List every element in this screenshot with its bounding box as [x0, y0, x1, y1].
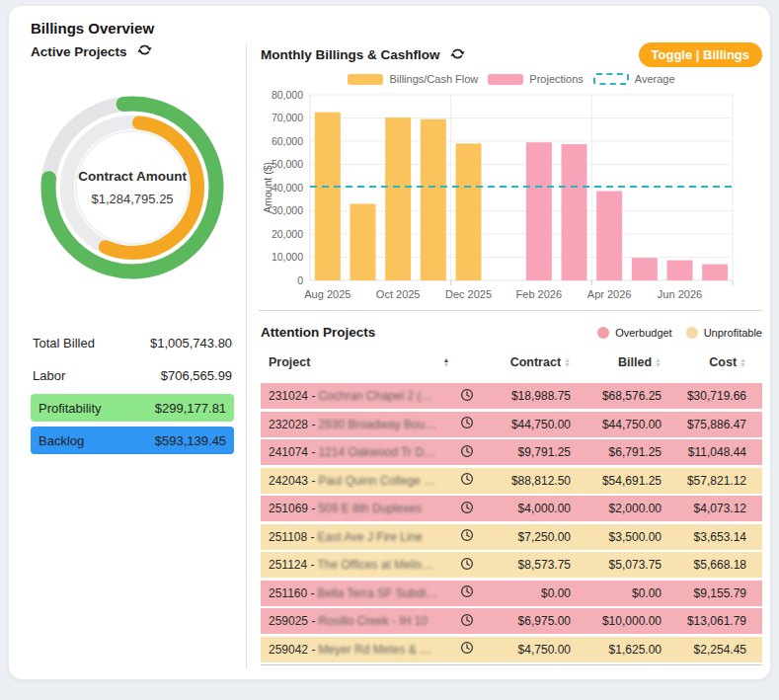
cashflow-bar-chart: 010,00020,00030,00040,00050,00060,00070,… — [261, 87, 741, 306]
legend-swatch — [488, 74, 523, 85]
stat-row-total-billed: Total Billed$1,005,743.80 — [31, 329, 234, 356]
column-header-project[interactable]: Project — [269, 355, 438, 369]
project-name-redacted: Bella Terra SF Subdivision — [317, 586, 438, 600]
table-row[interactable]: 232028 - 2930 Broadway Boulevard $44,750… — [261, 412, 762, 437]
clock-icon — [460, 444, 474, 461]
dashboard-columns: Active Projects Contract Amount — [9, 40, 770, 668]
project-cell: 251069 - 509 E 8th Duplexes — [269, 502, 438, 515]
project-name-redacted: East Ave J Fire Line — [317, 530, 423, 544]
stat-label: Total Billed — [33, 336, 95, 350]
project-id: 241074 - — [269, 445, 315, 459]
clock-icon — [460, 472, 474, 489]
column-header-cost[interactable]: Cost ▲▼ — [662, 355, 746, 369]
refresh-active-projects-button[interactable] — [137, 42, 152, 60]
attention-projects-title: Attention Projects — [261, 325, 375, 340]
table-row[interactable]: 251124 - The Offices at Melissa C... $8,… — [261, 552, 762, 578]
svg-text:0: 0 — [297, 274, 303, 286]
stat-label: Labor — [33, 368, 65, 383]
billing-stats-list: Total Billed$1,005,743.80Labor$706,565.9… — [31, 329, 234, 454]
svg-text:40,000: 40,000 — [272, 182, 303, 194]
attention-table-body: 231024 - Cochran Chapel 2 (part ... $18,… — [261, 383, 762, 665]
stat-value: $593,139.45 — [155, 433, 226, 448]
svg-text:Dec 2025: Dec 2025 — [445, 288, 492, 300]
active-projects-panel: Active Projects Contract Amount — [9, 40, 246, 668]
svg-text:Aug 2025: Aug 2025 — [304, 288, 351, 300]
stat-row-labor: Labor$706,565.99 — [31, 361, 234, 389]
project-id: 259042 - — [269, 643, 315, 657]
billed-value: $1,625.00 — [571, 643, 662, 657]
page-title: Billings Overview — [31, 20, 770, 37]
project-name-redacted: 2930 Broadway Boulevard — [318, 418, 438, 431]
contract-value: $4,000.00 — [480, 502, 571, 515]
svg-text:Oct 2025: Oct 2025 — [376, 288, 421, 300]
column-header-billed[interactable]: Billed ▲▼ — [571, 355, 662, 369]
cost-value: $4,073.12 — [662, 502, 746, 515]
table-row[interactable]: 251108 - East Ave J Fire Line $7,250.00 … — [261, 524, 762, 550]
stat-label: Profitability — [39, 401, 102, 416]
svg-text:20,000: 20,000 — [272, 228, 303, 240]
table-row[interactable]: 241074 - 1214 Oakwood Tr Drain... $9,791… — [261, 439, 762, 465]
clock-cell — [454, 528, 480, 545]
cost-value: $5,668.18 — [662, 558, 746, 572]
table-row[interactable]: 259025 - Rosillo Creek - IH 10 $6,975.00… — [261, 608, 762, 634]
table-row[interactable]: 251160 - Bella Terra SF Subdivision $0.0… — [261, 581, 762, 606]
attention-legend-unprofitable: Unprofitable — [686, 327, 762, 339]
legend-item-billings-cash-flow[interactable]: Billings/Cash Flow — [348, 73, 478, 85]
project-cell: 251124 - The Offices at Melissa C... — [269, 558, 438, 572]
refresh-icon — [137, 42, 152, 60]
table-row[interactable]: 259042 - Meyer Rd Metes & Bou... $4,750.… — [261, 637, 762, 662]
billed-value: $6,791.25 — [571, 445, 662, 459]
attention-table-header: Project ▲▼ Contract ▲▼ Billed ▲▼ Cost ▲▼ — [261, 350, 762, 375]
legend-item-average[interactable]: Average — [593, 73, 675, 85]
project-name-redacted: Meyer Rd Metes & Bou... — [318, 643, 438, 657]
stat-row-profitability: Profitability$299,177.81 — [31, 394, 234, 422]
table-row[interactable]: 231024 - Cochran Chapel 2 (part ... $18,… — [261, 383, 762, 409]
project-cell: 241074 - 1214 Oakwood Tr Drain... — [269, 445, 438, 459]
refresh-cashflow-button[interactable] — [450, 46, 465, 64]
project-cell: 259025 - Rosillo Creek - IH 10 — [269, 614, 438, 628]
cost-value: $3,653.14 — [662, 530, 746, 544]
legend-item-projections[interactable]: Projections — [488, 73, 583, 85]
project-name-redacted: Rosillo Creek - IH 10 — [318, 614, 428, 628]
sort-arrows-icon: ▲▼ — [443, 357, 450, 367]
project-cell: 251160 - Bella Terra SF Subdivision — [269, 586, 438, 600]
project-cell: 231024 - Cochran Chapel 2 (part ... — [269, 389, 438, 403]
contract-value: $4,750.00 — [480, 643, 571, 657]
svg-text:80,000: 80,000 — [272, 89, 303, 101]
attention-projects-header: Attention Projects OverbudgetUnprofitabl… — [261, 325, 762, 340]
clock-icon — [460, 557, 474, 574]
table-row[interactable]: 251069 - 509 E 8th Duplexes $4,000.00 $2… — [261, 496, 762, 521]
sort-project-control[interactable]: ▲▼ — [438, 357, 454, 367]
cost-value: $57,821.12 — [662, 474, 746, 488]
project-cell: 232028 - 2930 Broadway Boulevard — [269, 418, 438, 431]
svg-text:70,000: 70,000 — [272, 112, 303, 123]
project-name-redacted: Cochran Chapel 2 (part ... — [318, 389, 438, 403]
unprofitable-dot-icon — [686, 327, 698, 339]
stat-value: $299,177.81 — [155, 401, 226, 416]
legend-swatch — [348, 74, 383, 85]
project-cell: 259042 - Meyer Rd Metes & Bou... — [269, 643, 438, 657]
project-name-redacted: 1214 Oakwood Tr Drain... — [318, 445, 438, 459]
billed-value: $68,576.25 — [571, 389, 662, 403]
billed-value: $2,000.00 — [571, 502, 662, 515]
project-cell: 251108 - East Ave J Fire Line — [269, 530, 438, 544]
cost-value: $13,061.79 — [662, 614, 746, 628]
table-row[interactable]: 242043 - Paul Quinn College - Su... $88,… — [261, 468, 762, 494]
contract-value: $44,750.00 — [480, 418, 571, 431]
clock-icon — [460, 641, 474, 658]
billings-overview-card: Billings Overview Active Projects — [8, 5, 771, 680]
legend-label: Projections — [529, 73, 583, 85]
clock-icon — [460, 584, 474, 601]
contract-donut-chart: Contract Amount $1,284,795.25 — [31, 86, 234, 289]
clock-cell — [454, 613, 480, 630]
svg-text:30,000: 30,000 — [272, 204, 303, 216]
clock-cell — [454, 472, 480, 489]
donut-center-text: Contract Amount $1,284,795.25 — [73, 169, 192, 206]
contract-value: $9,791.25 — [480, 445, 571, 459]
toggle-billings-button[interactable]: Toggle | Billings — [639, 42, 762, 67]
project-name-redacted: 509 E 8th Duplexes — [318, 502, 422, 515]
svg-text:Apr 2026: Apr 2026 — [587, 288, 632, 300]
cost-value: $75,886.47 — [662, 418, 746, 431]
attention-legend-label: Unprofitable — [704, 327, 762, 339]
column-header-contract[interactable]: Contract ▲▼ — [480, 355, 571, 369]
